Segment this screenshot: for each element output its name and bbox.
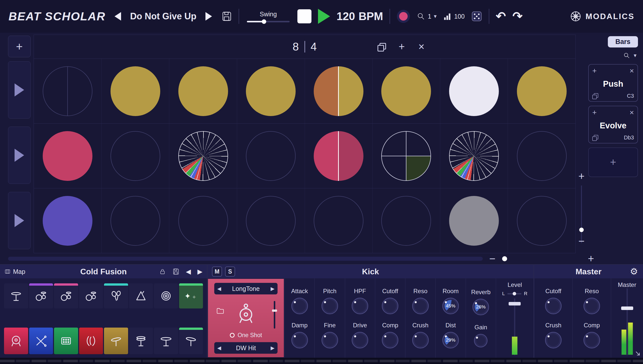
record-button[interactable] <box>399 12 408 21</box>
save-icon[interactable] <box>172 268 179 275</box>
add-icon[interactable]: + <box>592 67 597 75</box>
add-bar-card[interactable]: + <box>588 147 638 177</box>
pad-drumsticks[interactable] <box>29 328 53 354</box>
pad-crash-cymbal[interactable] <box>179 328 203 354</box>
crush-knob[interactable] <box>412 332 429 348</box>
sample-volume-handle[interactable] <box>272 309 277 312</box>
prev-sample-button[interactable]: ◀ <box>217 286 221 292</box>
undo-button[interactable]: ↶ <box>496 10 506 22</box>
solo-button[interactable]: S <box>225 267 235 277</box>
lock-icon[interactable] <box>159 268 166 275</box>
mute-button[interactable]: M <box>212 267 222 277</box>
master-fader-handle[interactable] <box>621 306 633 310</box>
beat-circle[interactable] <box>517 66 567 116</box>
os-taskbar[interactable] <box>0 358 643 364</box>
reverb-knob[interactable]: 26% <box>472 299 489 315</box>
beat-circle[interactable] <box>178 196 228 246</box>
master-cutoff-knob[interactable] <box>545 298 562 314</box>
dice-icon[interactable] <box>471 11 482 22</box>
pad-cymbal[interactable] <box>104 328 128 354</box>
delete-pattern-icon[interactable]: × <box>418 41 425 52</box>
next-sample-button[interactable]: ▶ <box>271 286 275 292</box>
beat-circle[interactable] <box>314 66 363 116</box>
redo-button[interactable]: ↷ <box>512 10 522 22</box>
pad-coil[interactable] <box>154 283 178 308</box>
resize-handle-icon[interactable] <box>634 350 641 357</box>
vertical-zoom-handle[interactable] <box>579 228 584 232</box>
pan-slider[interactable] <box>507 293 521 294</box>
beat-circle[interactable] <box>43 196 92 246</box>
row-3-play-button[interactable] <box>8 192 31 249</box>
reso-knob[interactable] <box>412 298 429 314</box>
pan-handle[interactable] <box>513 292 516 295</box>
save-icon[interactable] <box>221 11 232 22</box>
horizontal-scrollbar[interactable] <box>8 257 483 261</box>
pad-hi-hat-stand[interactable] <box>129 328 153 354</box>
pad-hi-hat-cymbal[interactable] <box>4 283 28 308</box>
beat-circle[interactable] <box>178 131 228 181</box>
pad-shakers[interactable] <box>104 283 128 308</box>
pitch-knob[interactable] <box>322 298 338 314</box>
pad-clap[interactable] <box>79 328 103 354</box>
master-crush-knob[interactable] <box>545 332 562 348</box>
copy-icon[interactable] <box>592 135 598 140</box>
chevron-down-icon[interactable]: ▾ <box>634 52 636 59</box>
map-button[interactable]: Map <box>5 268 25 275</box>
master-reso-knob[interactable] <box>583 298 600 314</box>
quantize-select[interactable]: 1 ▾ <box>417 12 437 21</box>
beat-circle[interactable] <box>111 196 160 246</box>
beat-circle[interactable] <box>178 66 228 116</box>
pad-sparkles[interactable]: ✦✧ <box>179 283 203 308</box>
bar-card-push[interactable]: + × Push C3 <box>588 64 638 102</box>
hpf-knob[interactable] <box>352 298 368 314</box>
master-comp-knob[interactable] <box>583 332 600 348</box>
next-pattern-button[interactable] <box>203 11 215 22</box>
gain-knob[interactable] <box>474 334 488 347</box>
swing-slider[interactable] <box>247 21 290 22</box>
play-button[interactable] <box>318 9 330 24</box>
copy-icon[interactable] <box>592 93 598 99</box>
beat-circle[interactable] <box>246 66 296 116</box>
beat-circle[interactable] <box>246 196 296 246</box>
pad-drum-kit[interactable] <box>54 283 78 308</box>
bpm-display[interactable]: 120 BPM <box>337 10 383 23</box>
row-1-play-button[interactable] <box>8 61 31 119</box>
add-track-button[interactable]: + <box>8 36 31 57</box>
velocity-display[interactable]: 100 <box>443 12 465 21</box>
add-pattern-icon[interactable]: + <box>399 41 405 52</box>
beat-circle[interactable] <box>449 66 499 116</box>
room-knob[interactable]: 45% <box>442 298 459 314</box>
close-icon[interactable]: × <box>629 108 634 117</box>
beat-circle[interactable] <box>43 66 92 116</box>
prev-hit-button[interactable]: ◀ <box>217 345 221 351</box>
pad-drum-machine[interactable] <box>54 328 78 354</box>
bars-tab-button[interactable]: Bars <box>608 36 638 47</box>
beat-circle[interactable] <box>381 66 431 116</box>
magnifier-icon[interactable] <box>623 52 630 59</box>
comp-knob[interactable] <box>382 332 398 348</box>
prev-pattern-button[interactable] <box>112 11 124 22</box>
sample-volume-slider[interactable] <box>274 301 275 329</box>
zoom-out-horizontal-button[interactable]: − <box>489 253 496 264</box>
damp-knob[interactable] <box>291 332 308 348</box>
pad-triangle[interactable] <box>129 283 153 308</box>
beat-circle[interactable] <box>111 66 160 116</box>
next-hit-button[interactable]: ▶ <box>271 345 275 351</box>
beat-circle[interactable] <box>381 131 431 181</box>
cutoff-knob[interactable] <box>382 298 398 314</box>
bar-card-evolve[interactable]: + × Evolve Db3 <box>588 106 638 143</box>
duplicate-pattern-icon[interactable] <box>378 43 385 50</box>
swing-slider-handle[interactable] <box>262 19 266 24</box>
pad-kick-drum[interactable] <box>4 328 28 354</box>
zoom-in-vertical-button[interactable]: + <box>578 170 585 182</box>
pad-ride-cymbal[interactable] <box>154 328 178 354</box>
beat-circle[interactable] <box>111 131 160 181</box>
add-icon[interactable]: + <box>592 108 597 117</box>
gear-icon[interactable]: ⚙ <box>630 266 638 277</box>
attack-knob[interactable] <box>291 298 308 314</box>
dist-knob[interactable]: 29% <box>442 332 459 348</box>
drive-knob[interactable] <box>352 332 368 348</box>
zoom-in-horizontal-button[interactable]: + <box>588 253 594 264</box>
beat-circle[interactable] <box>381 196 431 246</box>
prev-kit-button[interactable]: ◀ <box>186 268 191 276</box>
